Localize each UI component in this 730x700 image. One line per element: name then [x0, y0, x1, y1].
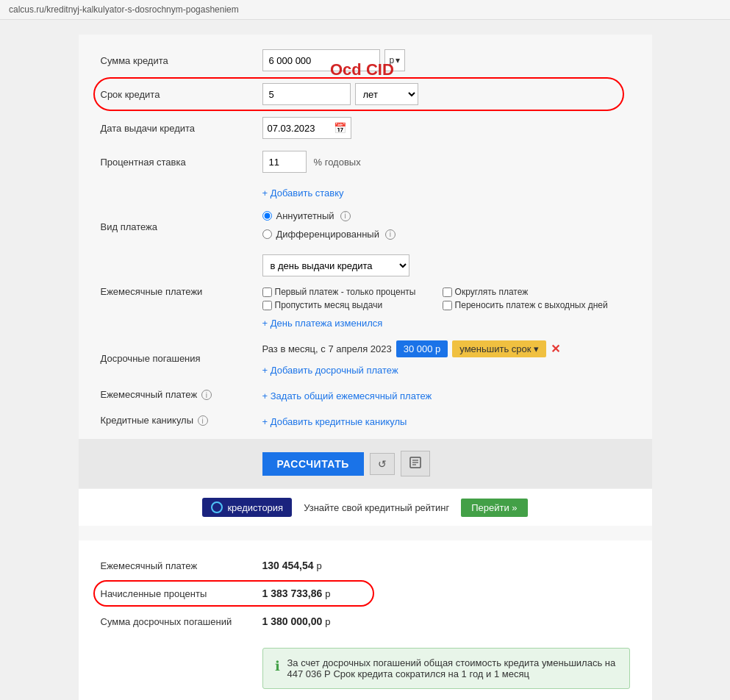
srok-label: Срок кредита — [101, 89, 262, 100]
browser-url: calcus.ru/kreditnyj-kalkulyator-s-dosroc… — [9, 4, 239, 15]
info-icon-diff[interactable]: i — [385, 229, 396, 240]
info-box-icon: ℹ — [275, 658, 280, 674]
summa-input[interactable] — [262, 49, 380, 71]
action-row: РАССЧИТАТЬ ↺ — [79, 439, 652, 488]
add-dosrochny-link[interactable]: Добавить досрочный платеж — [262, 365, 398, 376]
highlighted-results: Начисленные проценты 1 383 733,86 р Сумм… — [101, 583, 630, 639]
currency-arrow: ▾ — [396, 55, 400, 65]
result-summa-dosr-row: Сумма досрочных погашений 1 380 000,00 р — [101, 611, 353, 632]
export-button[interactable] — [401, 451, 430, 476]
add-den-link[interactable]: День платежа изменился — [262, 318, 383, 329]
add-stavka-row: Добавить ставку — [101, 185, 630, 199]
result-summa-dosr-value: 1 380 000,00 р — [262, 615, 331, 627]
cb3-row: Пропустить месяц выдачи — [262, 300, 428, 310]
kredistoria-bar: кредистория Узнайте свой кредитный рейти… — [79, 488, 652, 526]
cb1-row: Первый платеж - только проценты — [262, 287, 428, 297]
ezhem-platezh-row: Ежемесячный платеж i Задать общий ежемес… — [101, 388, 630, 401]
stavka-label: Процентная ставка — [101, 157, 262, 168]
result-ezhem-row: Ежемесячный платеж 130 454,54 р — [101, 555, 630, 576]
cb3-label: Пропустить месяц выдачи — [275, 300, 383, 310]
data-row: Дата выдачи кредита 📅 — [101, 117, 630, 139]
cb2-row: Округлять платеж — [443, 287, 608, 297]
umenshit-srok-label: уменьшить срок — [459, 343, 531, 354]
dosrochnye-row: Досрочные погашения Раз в месяц, с 7 апр… — [101, 340, 630, 376]
umenshit-srok-btn[interactable]: уменьшить срок ▾ — [452, 340, 546, 357]
info-icon-ezhem[interactable]: i — [201, 390, 212, 400]
result-nachisleny-row: Начисленные проценты 1 383 733,86 р — [101, 583, 353, 604]
calculate-button[interactable]: РАССЧИТАТЬ — [262, 452, 364, 476]
info-icon-kanikuly[interactable]: i — [198, 415, 208, 426]
umenshit-srok-arrow: ▾ — [534, 343, 539, 354]
ezhem-platezh-label: Ежемесячный платеж i — [101, 389, 262, 401]
cb4-label: Переносить платеж с выходных дней — [455, 300, 608, 310]
date-input-wrap[interactable]: 📅 — [262, 117, 351, 139]
radio-diff-label: Дифференцированный — [276, 229, 379, 240]
vid-controls: Аннуитетный i Дифференцированный i — [262, 210, 396, 243]
srok-row: Срок кредита лет месяцев — [101, 83, 433, 105]
add-stavka-link[interactable]: Добавить ставку — [262, 188, 344, 199]
summa-row: Сумма кредита р ▾ — [101, 49, 630, 71]
srok-unit-select[interactable]: лет месяцев — [355, 83, 418, 105]
srok-input[interactable] — [262, 83, 351, 105]
date-input[interactable] — [268, 123, 334, 134]
cb1-input[interactable] — [262, 288, 272, 297]
summa-label: Сумма кредита — [101, 55, 262, 66]
kredistoria-badge: кредистория — [202, 498, 292, 517]
dosrochnye-label: Досрочные погашения — [101, 353, 262, 364]
dosrochnoe-text: Раз в месяц, с 7 апреля 2023 — [262, 343, 392, 354]
currency-symbol: р — [390, 55, 395, 65]
dosrochnye-controls: Раз в месяц, с 7 апреля 2023 30 000 р ум… — [262, 340, 561, 376]
cb3-input[interactable] — [262, 301, 272, 310]
dosrochnoe-remove-btn[interactable]: ✕ — [551, 342, 560, 356]
result-nachisleny-value: 1 383 733,86 р — [262, 588, 331, 599]
add-kanikuly-link[interactable]: Добавить кредитные каникулы — [262, 416, 407, 427]
data-controls: 📅 — [262, 117, 351, 139]
results-section: Ежемесячный платеж 130 454,54 р Начислен… — [79, 540, 652, 700]
radio-differentsirovannyj: Дифференцированный i — [262, 229, 396, 240]
kredistoria-circle-icon — [211, 501, 223, 513]
result-nachisleny-label: Начисленные проценты — [101, 588, 262, 599]
reset-button[interactable]: ↺ — [370, 453, 395, 475]
cb4-input[interactable] — [443, 301, 452, 310]
cb2-input[interactable] — [443, 288, 452, 297]
add-ezhem-link[interactable]: Задать общий ежемесячный платеж — [262, 390, 432, 401]
vid-label: Вид платежа — [101, 221, 262, 232]
stavka-row: Процентная ставка % годовых — [101, 151, 630, 173]
cb1-label: Первый платеж - только проценты — [275, 287, 416, 297]
ezhem-controls: в день выдачи кредита в конце месяца в н… — [262, 254, 608, 329]
summa-controls: р ▾ — [262, 49, 406, 71]
ezhem-label: Ежемесячные платежи — [101, 286, 262, 297]
result-summa-dosr-label: Сумма досрочных погашений — [101, 616, 262, 627]
result-ezhem-label: Ежемесячный платеж — [101, 560, 262, 571]
dosrochnoe-amount-badge: 30 000 р — [396, 340, 448, 357]
kredistoria-desc: Узнайте свой кредитный рейтинг — [304, 502, 449, 513]
radio-annuitetny-input[interactable] — [262, 211, 272, 221]
radio-annuitetny-label: Аннуитетный — [276, 210, 334, 221]
stavka-input[interactable] — [262, 151, 307, 173]
cb4-row: Переносить платеж с выходных дней — [443, 300, 608, 310]
radio-annuitetny: Аннуитетный i — [262, 210, 351, 221]
currency-badge[interactable]: р ▾ — [384, 49, 406, 71]
ezhem-row: Ежемесячные платежи в день выдачи кредит… — [101, 254, 630, 329]
result-ezhem-value: 130 454,54 р — [262, 560, 322, 571]
radio-diff-input[interactable] — [262, 229, 272, 239]
calendar-icon[interactable]: 📅 — [334, 122, 346, 134]
vid-row: Вид платежа Аннуитетный i Дифференцирова… — [101, 210, 630, 243]
kanikuly-row: Кредитные каникулы i Добавить кредитные … — [101, 413, 630, 427]
checkbox-grid: Первый платеж - только проценты Округлят… — [262, 287, 608, 310]
kanikuly-label: Кредитные каникулы i — [101, 415, 262, 426]
srok-controls: лет месяцев — [262, 83, 418, 105]
info-icon-annuitetny[interactable]: i — [340, 211, 351, 221]
ezhem-select[interactable]: в день выдачи кредита в конце месяца в н… — [262, 254, 409, 276]
data-label: Дата выдачи кредита — [101, 123, 262, 134]
dosrochnoe-detail-row: Раз в месяц, с 7 апреля 2023 30 000 р ум… — [262, 340, 561, 357]
cb2-label: Округлять платеж — [455, 287, 529, 297]
kredistoria-text: кредистория — [227, 502, 283, 513]
stavka-controls: % годовых — [262, 151, 361, 173]
stavka-unit: % годовых — [314, 157, 361, 168]
info-box: ℹ За счет досрочных погашений общая стои… — [262, 648, 630, 689]
info-box-text: За счет досрочных погашений общая стоимо… — [287, 657, 618, 679]
kredistoria-btn[interactable]: Перейти » — [461, 499, 527, 517]
